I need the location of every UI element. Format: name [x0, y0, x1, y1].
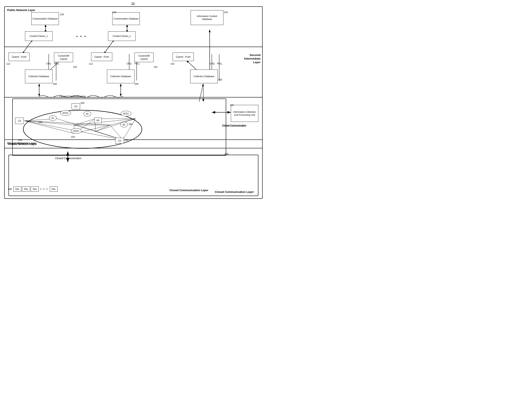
- cd-node-top: CD: [72, 103, 80, 109]
- cpanel-push-3: Cpanel - Push: [173, 53, 194, 61]
- closed-comm-label: Closed Communication Layer: [215, 190, 254, 194]
- closed-comm-layer-label: Closed Communication Layer: [170, 189, 208, 192]
- information-content-db: Information Content Database: [190, 10, 223, 25]
- cpanel-push-1: Cpanel - Push: [8, 53, 30, 61]
- collection-db-2: Collection Database: [107, 69, 134, 83]
- closed-comm-label2: Closed Communication: [222, 125, 246, 127]
- ref-100c: 100: [218, 78, 222, 81]
- information-collection-unit: Information Collection and Processing Un…: [231, 105, 258, 122]
- collection-db-3: Collection Database: [190, 69, 218, 83]
- ref-100a: 100: [53, 83, 57, 85]
- ac-node-2: AC: [84, 111, 91, 117]
- ref-230: 230: [18, 139, 22, 141]
- dd-dots: • • •: [40, 187, 48, 191]
- ref-112b: 112: [89, 62, 93, 65]
- secured-label: SecuredIntermediateLayer: [244, 54, 261, 64]
- ref-130b: 130: [112, 11, 116, 14]
- content-owner-1: Content Owner_1: [25, 31, 53, 41]
- collection-db-1: Collection Database: [25, 69, 53, 83]
- page-number: 10: [131, 2, 135, 5]
- ref-132b: 132: [154, 66, 157, 68]
- ddn: DDₙ: [50, 187, 58, 192]
- icrq-label: ICRQ: [209, 62, 215, 65]
- pull1-label: PULL: [54, 62, 59, 65]
- customdb-cpanel-2: CustomDB Cpanel: [134, 53, 154, 62]
- customization-db-2: Customization Database: [112, 12, 140, 25]
- cd-node-bottom: CD: [115, 138, 124, 144]
- dots: • • •: [76, 34, 87, 39]
- cpanel-push-2: Cpanel - Push: [91, 53, 112, 61]
- ac-node-3: AC: [120, 122, 128, 127]
- ref-220: 220: [71, 136, 75, 138]
- page: 10 Public Network Layer SecuredIntermedi…: [0, 0, 266, 202]
- ac-node-1: AC: [49, 115, 57, 121]
- ref-112a: 112: [6, 62, 10, 65]
- closed-comm-label1: Closed Communication: [59, 95, 85, 98]
- dd2: DD₂: [22, 187, 30, 192]
- ref-142: 142: [171, 62, 174, 65]
- ncec-node-2: NCEC: [71, 128, 82, 134]
- crq2-label: CRQ: [127, 62, 131, 65]
- ref-240: 240: [129, 123, 132, 125]
- dd3: DD₃: [31, 187, 39, 192]
- ref-150: 150: [230, 104, 234, 106]
- ref-130a: 130: [60, 13, 64, 16]
- ref-140: 140: [224, 11, 228, 14]
- ref-100b: 100: [134, 83, 138, 85]
- pull3-label: PULL: [217, 62, 222, 65]
- customdb-cpanel-1: CustomDB Cpanel: [54, 53, 73, 62]
- public-network-label: Public Network Layer: [7, 8, 35, 12]
- cd-node-left: CD: [15, 118, 24, 124]
- ncec-node-3: NCEC: [121, 111, 131, 116]
- ncec-node-1: NCEC: [60, 110, 71, 116]
- ref-132a: 132: [73, 66, 77, 68]
- pull2-label: PULL: [134, 62, 140, 65]
- secured-inner-box: [12, 99, 226, 156]
- ref-250: 250: [80, 102, 84, 104]
- closed-network-label2: Closed Network Layer: [8, 142, 37, 146]
- content-owner-n: Content Owner_n: [108, 31, 136, 41]
- customization-db-1: Customization Database: [31, 12, 59, 25]
- dd1: DD₁: [13, 187, 21, 192]
- dd-row: 400 DD₁ DD₂ DD₃ • • • DDₙ: [8, 187, 58, 192]
- as-node: AS: [94, 118, 102, 123]
- ref-242: 242: [39, 121, 42, 123]
- ref-232: 232: [125, 139, 128, 141]
- ref-400: 400: [8, 188, 12, 190]
- closed-comm-bottom: Closed Communication: [55, 157, 81, 160]
- ref-200: 200: [224, 153, 228, 155]
- crq1-label: CRQ: [46, 62, 51, 65]
